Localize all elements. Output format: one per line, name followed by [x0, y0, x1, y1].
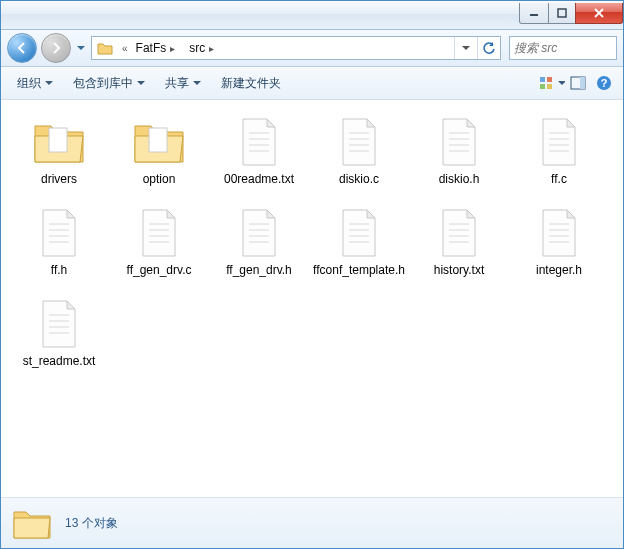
file-item[interactable]: diskio.c: [309, 114, 409, 187]
file-icon: [327, 205, 391, 261]
file-icon: [327, 114, 391, 170]
help-icon: ?: [596, 75, 612, 91]
item-label: ff.h: [51, 263, 67, 278]
chevron-down-icon: [558, 81, 565, 86]
chevron-right-icon: ▸: [166, 43, 179, 54]
content-area[interactable]: driversoption00readme.txtdiskio.cdiskio.…: [1, 100, 623, 497]
preview-pane-icon: [570, 76, 586, 90]
status-count: 13 个对象: [65, 515, 118, 532]
forward-button[interactable]: [41, 33, 71, 63]
file-icon: [127, 205, 191, 261]
item-label: history.txt: [434, 263, 484, 278]
back-button[interactable]: [7, 33, 37, 63]
chevron-down-icon: [462, 46, 470, 51]
chevron-down-icon: [193, 81, 201, 86]
toolbar-label: 共享: [165, 75, 189, 92]
navbar: « FatFs▸ src▸: [1, 30, 623, 67]
window-buttons: [520, 3, 623, 23]
file-item[interactable]: history.txt: [409, 205, 509, 278]
file-item[interactable]: integer.h: [509, 205, 609, 278]
organize-menu[interactable]: 组织: [7, 67, 63, 99]
refresh-button[interactable]: [477, 37, 500, 59]
include-in-library-menu[interactable]: 包含到库中: [63, 67, 155, 99]
share-menu[interactable]: 共享: [155, 67, 211, 99]
search-input[interactable]: [510, 41, 624, 55]
minimize-button[interactable]: [519, 3, 549, 24]
file-item[interactable]: diskio.h: [409, 114, 509, 187]
file-item[interactable]: st_readme.txt: [9, 296, 109, 369]
svg-rect-5: [540, 84, 545, 89]
file-icon: [527, 205, 591, 261]
file-item[interactable]: ff_gen_drv.c: [109, 205, 209, 278]
file-item[interactable]: 00readme.txt: [209, 114, 309, 187]
chevron-right-icon: ▸: [205, 43, 218, 54]
svg-rect-8: [580, 77, 585, 89]
chevron-down-icon: [45, 81, 53, 86]
chevron-down-icon: [137, 81, 145, 86]
toolbar-label: 新建文件夹: [221, 75, 281, 92]
crumb-label: FatFs: [136, 41, 167, 55]
maximize-icon: [557, 8, 567, 18]
item-label: option: [143, 172, 176, 187]
item-label: ffconf_template.h: [313, 263, 405, 278]
item-label: 00readme.txt: [224, 172, 294, 187]
statusbar: 13 个对象: [1, 497, 623, 548]
toolbar-label: 包含到库中: [73, 75, 133, 92]
chevron-down-icon: [77, 46, 85, 51]
titlebar: [1, 1, 623, 30]
preview-pane-button[interactable]: [565, 67, 591, 99]
item-label: integer.h: [536, 263, 582, 278]
file-item[interactable]: ff.h: [9, 205, 109, 278]
folder-item[interactable]: option: [109, 114, 209, 187]
recent-locations-button[interactable]: [75, 34, 87, 62]
item-label: st_readme.txt: [23, 354, 96, 369]
view-icon: [539, 76, 556, 90]
breadcrumb-item[interactable]: src▸: [185, 37, 224, 59]
breadcrumb-item[interactable]: FatFs▸: [132, 37, 186, 59]
crumb-label: src: [189, 41, 205, 55]
svg-rect-6: [547, 84, 552, 89]
svg-rect-4: [547, 77, 552, 82]
file-icon: [427, 205, 491, 261]
file-icon: [27, 296, 91, 352]
file-icon: [227, 114, 291, 170]
item-label: ff.c: [551, 172, 567, 187]
file-icon: [427, 114, 491, 170]
file-item[interactable]: ff.c: [509, 114, 609, 187]
arrow-right-icon: [49, 41, 63, 55]
addressbar[interactable]: « FatFs▸ src▸: [91, 36, 501, 60]
item-label: ff_gen_drv.c: [127, 263, 192, 278]
toolbar: 组织 包含到库中 共享 新建文件夹 ?: [1, 67, 623, 100]
item-label: diskio.c: [339, 172, 379, 187]
svg-text:?: ?: [601, 77, 608, 89]
file-item[interactable]: ff_gen_drv.h: [209, 205, 309, 278]
crumb-prefix: «: [118, 43, 132, 54]
file-icon: [227, 205, 291, 261]
address-history-button[interactable]: [454, 37, 477, 59]
folder-icon: [11, 504, 53, 542]
minimize-icon: [529, 8, 539, 18]
svg-rect-3: [540, 77, 545, 82]
maximize-button[interactable]: [548, 3, 576, 24]
folder-icon: [27, 114, 91, 170]
item-label: ff_gen_drv.h: [226, 263, 292, 278]
file-icon: [27, 205, 91, 261]
folder-icon: [127, 114, 191, 170]
folder-item[interactable]: drivers: [9, 114, 109, 187]
searchbox[interactable]: [509, 36, 617, 60]
view-options-button[interactable]: [539, 67, 565, 99]
help-button[interactable]: ?: [591, 67, 617, 99]
file-icon: [527, 114, 591, 170]
svg-rect-0: [530, 14, 538, 16]
item-label: diskio.h: [439, 172, 480, 187]
explorer-window: « FatFs▸ src▸ 组织 包含到库中: [0, 0, 624, 549]
close-icon: [593, 8, 605, 18]
close-button[interactable]: [575, 3, 623, 24]
items-grid: driversoption00readme.txtdiskio.cdiskio.…: [9, 114, 615, 387]
file-item[interactable]: ffconf_template.h: [309, 205, 409, 278]
arrow-left-icon: [15, 41, 29, 55]
new-folder-button[interactable]: 新建文件夹: [211, 67, 291, 99]
item-label: drivers: [41, 172, 77, 187]
svg-rect-12: [149, 128, 167, 152]
svg-rect-11: [49, 128, 67, 152]
